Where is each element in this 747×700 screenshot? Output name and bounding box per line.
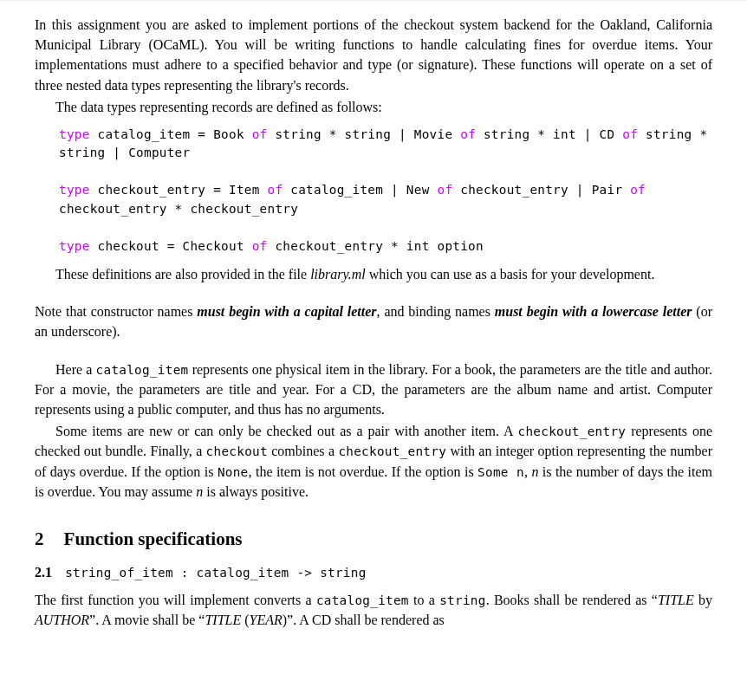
text-fragment: to a [409,593,439,607]
text-fragment: is always positive. [203,484,309,499]
text-fragment: ”. A CD shall be rendered as [287,612,445,627]
kw-of: of [622,127,638,141]
placeholder-title: TITLE [658,593,694,607]
library-file-note: These definitions are also provided in t… [35,264,712,284]
intro-paragraph-2: The data types representing records are … [35,97,712,117]
text-fragment: Here a [55,362,96,377]
kw-of: of [460,127,476,141]
code-text: string * int | CD [476,127,622,141]
emph-capital-letter: must begin with a capital letter [197,304,376,319]
placeholder-author: AUTHOR [35,612,89,627]
code-inline: checkout [206,444,268,458]
text-fragment: combines a [268,444,339,458]
library-filename: library.ml [310,267,366,282]
catalog-item-explain: Here a catalog_item represents one physi… [35,360,712,420]
text-fragment: ( [241,612,249,627]
placeholder-year: YEAR [250,612,283,627]
code-text: string * string | Movie [268,127,461,141]
kw-type: type [59,183,90,197]
text-fragment: by [694,593,712,607]
text-fragment: Some items are new or can only be checke… [55,424,518,438]
text-fragment: , and binding names [377,304,495,319]
text-fragment: which you can use as a basis for your de… [366,267,655,282]
code-inline: checkout_entry [338,444,446,458]
section-number: 2 [35,526,64,552]
code-text: checkout_entry * int option [268,239,484,253]
code-text: catalog_item = Book [90,127,252,141]
code-text: checkout_entry = Item [90,183,268,197]
code-text: checkout_entry | Pair [452,183,630,197]
placeholder-title: TITLE [205,612,241,627]
code-text: catalog_item | New [283,183,437,197]
kw-of: of [268,183,283,197]
code-inline: catalog_item [316,593,409,607]
kw-of: of [252,127,268,141]
code-text: checkout = Checkout [90,239,252,253]
text-fragment: These definitions are also provided in t… [55,267,310,282]
code-inline: Some n [477,465,524,479]
type-definitions-code: type catalog_item = Book of string * str… [59,126,712,256]
section-heading-2: 2Function specifications [35,526,712,552]
kw-type: type [59,127,90,141]
section-title: Function specifications [64,528,243,549]
intro-paragraph-1: In this assignment you are asked to impl… [35,15,712,95]
page: In this assignment you are asked to impl… [0,0,747,649]
code-inline: catalog_item [96,363,189,377]
text-fragment: ”. A movie shall be “ [89,612,205,627]
kw-of: of [252,239,268,253]
code-inline: checkout_entry [518,425,627,438]
subsection-number: 2.1 [35,562,65,582]
naming-note: Note that constructor names must begin w… [35,301,712,341]
text-fragment: , the item is not overdue. If the option… [249,464,478,479]
kw-of: of [630,183,646,197]
code-inline: string [439,593,485,607]
text-fragment: Note that constructor names [35,304,197,319]
kw-type: type [59,239,90,253]
function-signature: string_of_item : catalog_item -> string [65,566,366,580]
kw-of: of [438,183,453,197]
text-fragment: . Books shall be rendered as “ [486,593,658,607]
subsection-heading-2-1: 2.1string_of_item : catalog_item -> stri… [35,562,712,582]
function-1-description: The first function you will implement co… [35,590,712,630]
code-inline: None [218,465,249,479]
checkout-entry-explain: Some items are new or can only be checke… [35,421,712,502]
text-fragment: The first function you will implement co… [35,593,316,607]
emph-lowercase-letter: must begin with a lowercase letter [495,304,692,319]
